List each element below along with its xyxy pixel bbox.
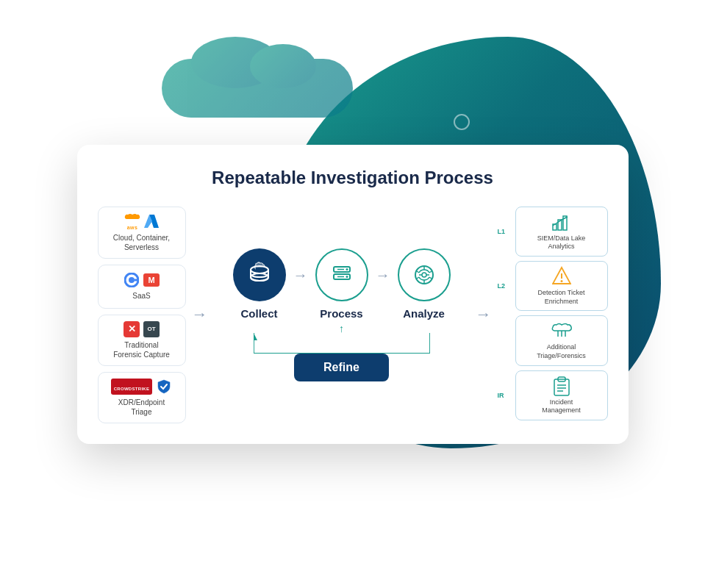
ot-text: OT xyxy=(147,326,155,332)
source-saas-logos: M xyxy=(124,272,160,288)
process-bubble xyxy=(315,248,368,301)
refine-box: Refine xyxy=(294,354,389,381)
refine-up-arrow: ↑ xyxy=(339,323,344,334)
source-xdr-label: XDR/EndpointTriage xyxy=(118,398,165,417)
shield-svg xyxy=(157,379,171,394)
refine-bracket-svg: ↑ xyxy=(254,333,430,354)
output-incident-label: IncidentManagement xyxy=(542,398,581,415)
output-triage: AdditionalTriage/Forensics xyxy=(515,315,608,365)
collect-icon xyxy=(246,261,273,289)
shield-icon xyxy=(156,379,172,395)
svg-point-23 xyxy=(560,280,562,282)
source-saas: M SaaS xyxy=(98,265,186,309)
gmail-m: M xyxy=(148,276,154,284)
google-icon xyxy=(124,272,140,288)
output-detection: Detection TicketEnrichment xyxy=(515,261,608,311)
level-l2-badge-1: L2 xyxy=(498,282,511,290)
level-l1-badge: L1 xyxy=(498,228,511,235)
analyze-bubble xyxy=(398,248,451,301)
level-ir-badge: IR xyxy=(498,392,511,399)
output-incident-group: IR IncidentManagement xyxy=(498,370,608,420)
detection-svg xyxy=(552,266,571,287)
flow-to-output-arrow: → xyxy=(470,207,498,423)
forensic-x-text: ✕ xyxy=(128,323,136,334)
crowdstrike-badge: CROWDSTRIKE xyxy=(111,379,153,395)
forensic-x-icon: ✕ xyxy=(124,321,140,337)
refine-bracket-container: ↑ Refine xyxy=(246,333,437,381)
collect-step: Collect xyxy=(233,248,286,320)
output-siem: SIEM/Data LakeAnalytics xyxy=(515,207,608,257)
incident-svg xyxy=(553,376,570,396)
source-cloud: aws Cloud, Container,Serverless xyxy=(98,207,186,259)
source-forensic-label: TraditionalForensic Capture xyxy=(113,340,170,359)
svg-point-10 xyxy=(346,276,348,278)
main-card: Repeatable Investigation Process aws xyxy=(77,145,629,444)
ot-icon: OT xyxy=(143,321,160,337)
process-icon xyxy=(328,261,356,289)
azure-logo xyxy=(144,215,159,228)
output-siem-group: L1 SIEM/Data LakeAnalytics xyxy=(498,207,608,257)
output-triage-label: AdditionalTriage/Forensics xyxy=(537,343,586,360)
svg-point-3 xyxy=(129,277,135,283)
output-detection-group: L2 Detection TicketEnrichment xyxy=(498,261,608,311)
incident-icon xyxy=(551,376,572,396)
refine-area: ↑ Refine xyxy=(214,333,470,381)
crowdstrike-icon: CROWDSTRIKE xyxy=(111,379,153,395)
svg-point-9 xyxy=(346,268,348,270)
process-label: Process xyxy=(320,307,362,320)
flow-area: Collect → xyxy=(214,207,470,423)
svg-marker-17 xyxy=(254,333,257,340)
triage-icon xyxy=(551,320,572,341)
siem-icon xyxy=(551,212,572,232)
arrow-right-icon: → xyxy=(192,305,208,324)
gmail-icon: M xyxy=(143,273,160,287)
source-saas-label: SaaS xyxy=(132,291,150,301)
output-incident: IncidentManagement xyxy=(515,370,608,420)
source-forensic-logos: ✕ OT xyxy=(124,321,160,337)
triage-svg xyxy=(551,320,572,341)
background-circle-decoration xyxy=(454,114,470,130)
svg-point-14 xyxy=(422,273,426,277)
page-title: Repeatable Investigation Process xyxy=(98,167,608,189)
arrow-right-output-icon: → xyxy=(476,305,492,324)
collect-to-process-arrow: → xyxy=(286,267,315,301)
output-triage-group: AdditionalTriage/Forensics xyxy=(498,315,608,365)
source-xdr-logos: CROWDSTRIKE xyxy=(111,379,173,395)
analyze-label: Analyze xyxy=(403,307,445,320)
analyze-step: Analyze xyxy=(398,248,451,320)
analyze-icon xyxy=(410,261,438,289)
outputs-column: L1 SIEM/Data LakeAnalytics xyxy=(498,207,608,423)
refine-bracket xyxy=(254,333,430,354)
azure-icon xyxy=(144,214,159,229)
source-to-flow-arrow: → xyxy=(186,207,214,423)
collect-label: Collect xyxy=(240,307,277,320)
siem-svg xyxy=(551,212,572,232)
flow-steps: Collect → xyxy=(233,248,451,320)
process-step: Process xyxy=(315,248,368,320)
output-siem-label: SIEM/Data LakeAnalytics xyxy=(537,234,586,251)
background-cloud xyxy=(162,59,353,118)
aws-cloud-icon xyxy=(124,213,140,225)
output-detection-label: Detection TicketEnrichment xyxy=(537,289,584,306)
google-logo xyxy=(124,273,139,287)
source-cloud-logos: aws xyxy=(124,213,159,230)
detection-icon xyxy=(551,266,572,287)
collect-bubble xyxy=(233,248,286,301)
aws-text: aws xyxy=(127,225,138,230)
card-body: aws Cloud, Container,Serverless xyxy=(98,207,608,423)
crowdstrike-text: CROWDSTRIKE xyxy=(114,387,150,391)
sources-column: aws Cloud, Container,Serverless xyxy=(98,207,186,423)
source-cloud-label: Cloud, Container,Serverless xyxy=(113,233,170,252)
source-forensic: ✕ OT TraditionalForensic Capture xyxy=(98,315,186,366)
process-to-analyze-arrow: → xyxy=(368,267,398,301)
source-xdr: CROWDSTRIKE XDR/EndpointTriage xyxy=(98,372,186,423)
